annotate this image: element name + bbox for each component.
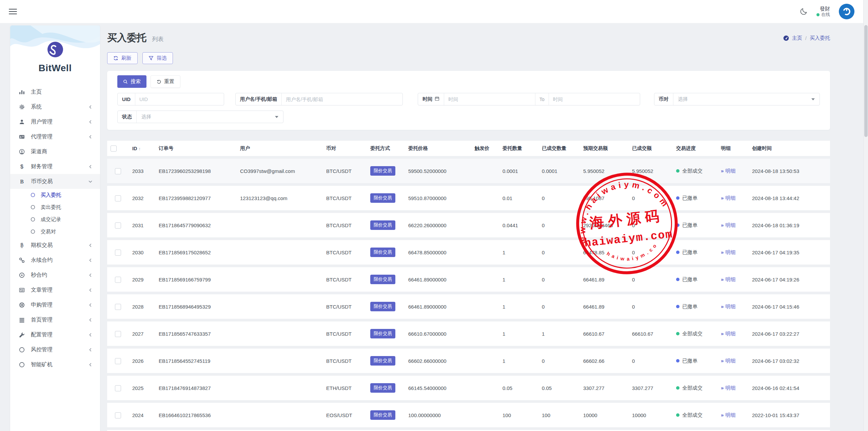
double-chevron-icon: » bbox=[721, 412, 724, 418]
online-dot bbox=[816, 13, 820, 16]
sidebar-subitem-买入委托[interactable]: 买入委托 bbox=[10, 189, 100, 201]
cell-progress: 全部成交 bbox=[673, 321, 717, 346]
refresh-button[interactable]: 刷新 bbox=[107, 52, 138, 64]
row-checkbox[interactable] bbox=[115, 195, 121, 201]
row-checkbox[interactable] bbox=[115, 412, 121, 418]
sidebar-item-代理管理[interactable]: 代理管理 bbox=[10, 129, 100, 144]
detail-link[interactable]: »明细 bbox=[721, 303, 735, 309]
detail-link[interactable]: »明细 bbox=[721, 331, 735, 336]
column-header-ID: ID↑ bbox=[129, 141, 155, 156]
row-checkbox[interactable] bbox=[115, 304, 121, 310]
breadcrumb-home-link[interactable]: 主页 bbox=[792, 35, 802, 41]
cell-amount: 1 bbox=[499, 321, 538, 346]
sidebar-item-主页[interactable]: 主页 bbox=[10, 84, 100, 99]
avatar[interactable] bbox=[839, 4, 854, 19]
sidebar-item-智能矿机[interactable]: 智能矿机 bbox=[10, 357, 100, 372]
uid-input[interactable] bbox=[135, 93, 224, 105]
row-checkbox[interactable] bbox=[115, 277, 121, 283]
sidebar-item-永续合约[interactable]: 永续合约 bbox=[10, 253, 100, 268]
cell-detail: »明细 bbox=[717, 213, 749, 237]
row-checkbox[interactable] bbox=[115, 222, 121, 229]
detail-link[interactable]: »明细 bbox=[721, 276, 735, 282]
hamburger-menu-icon[interactable] bbox=[9, 7, 17, 16]
detail-link[interactable]: »明细 bbox=[721, 249, 735, 255]
brand[interactable]: BitWell bbox=[10, 25, 100, 74]
breadcrumb-current[interactable]: 买入委托 bbox=[810, 35, 830, 41]
time-start-input[interactable] bbox=[444, 93, 535, 105]
row-checkbox[interactable] bbox=[115, 385, 121, 391]
order-type-badge: 限价交易 bbox=[370, 248, 395, 257]
sidebar-item-申购管理[interactable]: 申购管理 bbox=[10, 297, 100, 312]
select-all-checkbox[interactable] bbox=[111, 145, 117, 152]
cell-trigger-price bbox=[471, 403, 499, 427]
pair-select-value: 选择 bbox=[678, 96, 688, 102]
cell-filled-amount: 100 bbox=[538, 403, 580, 427]
status-dot bbox=[676, 278, 679, 281]
detail-link[interactable]: »明细 bbox=[721, 222, 735, 228]
pair-select[interactable]: 选择 bbox=[673, 93, 820, 105]
cell-trigger-price bbox=[471, 267, 499, 292]
sidebar-subitem-卖出委托[interactable]: 卖出委托 bbox=[10, 201, 100, 213]
chevron-left-icon bbox=[88, 243, 93, 248]
sidebar-item-label: 期权交易 bbox=[31, 242, 53, 249]
column-header-预期交易额: 预期交易额 bbox=[580, 141, 629, 156]
time-end-input[interactable] bbox=[549, 93, 640, 105]
cell-filled-total: 66610.67 bbox=[629, 321, 673, 346]
double-chevron-icon: » bbox=[721, 358, 724, 364]
double-chevron-icon: » bbox=[721, 222, 724, 228]
sidebar-item-渠道商[interactable]: 渠道商 bbox=[10, 144, 100, 159]
sort-asc-icon[interactable]: ↑ bbox=[139, 146, 141, 151]
table-row: 2025EB1718476914873827ETH/USDT限价交易66145.… bbox=[107, 376, 830, 400]
page-scrollbar[interactable] bbox=[863, 0, 868, 431]
coin-b-icon: B bbox=[19, 178, 26, 184]
cell-progress: 已撤单 bbox=[673, 294, 717, 319]
row-checkbox[interactable] bbox=[115, 168, 121, 174]
reset-button[interactable]: 重置 bbox=[151, 75, 180, 88]
sidebar-item-秒合约[interactable]: 秒合约 bbox=[10, 268, 100, 282]
sidebar-subitem-成交记录[interactable]: 成交记录 bbox=[10, 213, 100, 226]
sidebar-subitem-label: 买入委托 bbox=[41, 192, 61, 198]
sidebar-item-财务管理[interactable]: $财务管理 bbox=[10, 159, 100, 174]
cell-expected-total: 10000 bbox=[580, 403, 629, 427]
row-checkbox[interactable] bbox=[115, 358, 121, 364]
detail-link[interactable]: »明细 bbox=[721, 412, 735, 418]
sidebar-item-首页管理[interactable]: 首页管理 bbox=[10, 312, 100, 327]
breadcrumb: 主页 / 买入委托 bbox=[783, 35, 830, 41]
detail-link[interactable]: »明细 bbox=[721, 358, 735, 364]
cell-created-at: 2024-08-18 13:50:53 bbox=[749, 159, 830, 183]
detail-link[interactable]: »明细 bbox=[721, 168, 735, 174]
sidebar-subitem-交易对[interactable]: 交易对 bbox=[10, 226, 100, 238]
scrollbar-thumb[interactable] bbox=[864, 25, 868, 137]
sidebar-item-系统[interactable]: 系统 bbox=[10, 99, 100, 114]
row-checkbox[interactable] bbox=[115, 250, 121, 256]
user-info[interactable]: 發財 在线 bbox=[816, 6, 830, 18]
cell-amount: 0.0001 bbox=[499, 159, 538, 183]
cell-amount: 0.05 bbox=[499, 376, 538, 400]
filter-label: 筛选 bbox=[157, 55, 167, 61]
reset-label: 重置 bbox=[164, 78, 174, 85]
cell-filled-amount: 0 bbox=[538, 186, 580, 210]
cell-order-no: EB1718476914873827 bbox=[155, 376, 237, 400]
dark-mode-toggle[interactable] bbox=[800, 7, 808, 16]
sidebar-item-期权交易[interactable]: B期权交易 bbox=[10, 238, 100, 253]
user-input[interactable] bbox=[282, 93, 402, 105]
search-button[interactable]: 搜索 bbox=[117, 75, 146, 88]
sidebar-item-币币交易[interactable]: B币币交易 bbox=[10, 174, 100, 189]
sidebar-item-配置管理[interactable]: 配置管理 bbox=[10, 327, 100, 342]
filter-button[interactable]: 筛选 bbox=[142, 52, 173, 64]
cell-detail: »明细 bbox=[717, 321, 749, 346]
chevron-down-icon bbox=[88, 179, 93, 184]
sidebar-item-风控管理[interactable]: 风控管理 bbox=[10, 342, 100, 357]
status-select[interactable]: 选择 bbox=[137, 111, 283, 123]
sidebar-item-文章管理[interactable]: 文章管理 bbox=[10, 282, 100, 297]
bar-chart-icon bbox=[19, 89, 26, 95]
cell-amount: 0.0441 bbox=[499, 213, 538, 237]
detail-link[interactable]: »明细 bbox=[721, 385, 735, 391]
sidebar-item-用户管理[interactable]: 用户管理 bbox=[10, 114, 100, 129]
cell-id: 2031 bbox=[129, 213, 155, 237]
newspaper-icon bbox=[19, 287, 26, 293]
detail-link[interactable]: »明细 bbox=[721, 195, 735, 201]
user-field-group: 用户名/手机/邮箱 bbox=[235, 93, 403, 105]
cell-pair: BTC/USDT bbox=[323, 186, 367, 210]
row-checkbox[interactable] bbox=[115, 331, 121, 337]
